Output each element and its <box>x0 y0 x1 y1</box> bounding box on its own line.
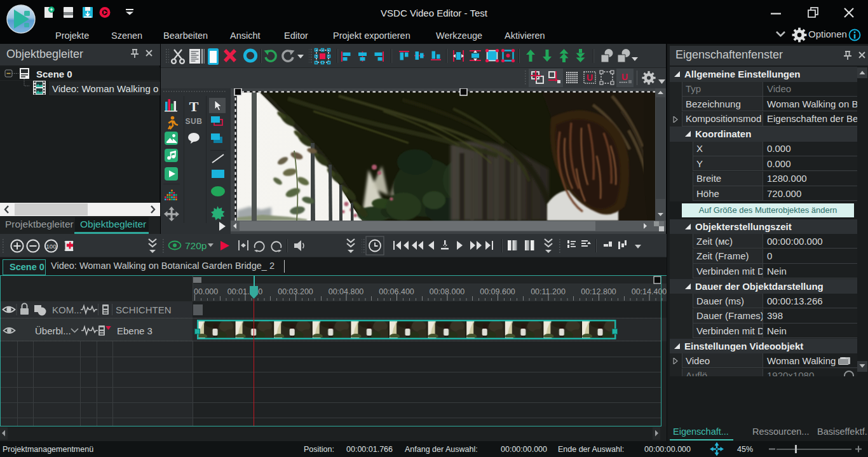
svg-text:Ebene 3: Ebene 3 <box>117 325 153 336</box>
svg-text:Überbl...: Überbl... <box>35 325 71 336</box>
svg-text:KOM...: KOM... <box>52 304 82 315</box>
svg-text:U: U <box>621 72 628 82</box>
svg-text:100: 100 <box>46 243 57 250</box>
svg-text:SUB: SUB <box>186 117 203 126</box>
svg-text:SCHICHTEN: SCHICHTEN <box>116 304 172 315</box>
svg-text:00.000: 00.000 <box>194 287 218 296</box>
svg-text:T: T <box>189 99 199 114</box>
svg-text:U: U <box>587 72 593 83</box>
svg-text:720p: 720p <box>185 240 207 251</box>
